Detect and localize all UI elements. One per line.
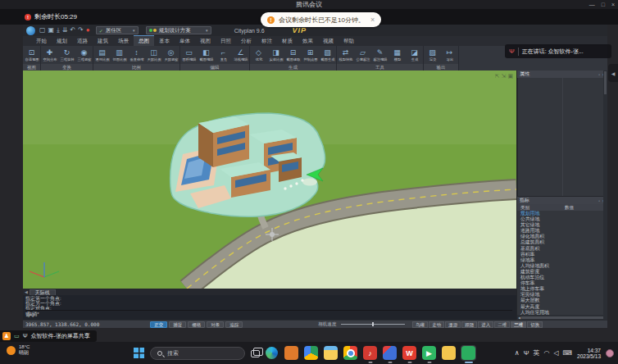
- search-input[interactable]: 搜索: [150, 347, 245, 360]
- viewport[interactable]: ⇱⇲▣: [23, 71, 516, 289]
- indicator-row[interactable]: 停车率: [517, 280, 607, 286]
- start-button[interactable]: [134, 348, 144, 358]
- notification-badge[interactable]: [606, 349, 614, 357]
- undo-icon[interactable]: ↶: [70, 25, 75, 35]
- view-mode-button[interactable]: 三维: [511, 321, 526, 328]
- status-toggle[interactable]: 栅格: [188, 321, 205, 328]
- scroll-thumb[interactable]: [521, 316, 603, 319]
- ribbon-button[interactable]: ◫天际比例: [145, 46, 162, 64]
- indicator-row[interactable]: 基底面积: [517, 246, 607, 252]
- indicator-row[interactable]: 最大层数: [517, 298, 607, 303]
- scheme-dropdown[interactable]: 规划设计方案 ▾: [146, 26, 211, 34]
- ribbon-tab[interactable]: 视图: [195, 36, 216, 46]
- ribbon-button[interactable]: ▨渲染: [424, 46, 441, 64]
- ribbon-button[interactable]: ▧截面生成: [319, 46, 336, 64]
- ribbon-button[interactable]: ▥切面比例: [111, 46, 128, 64]
- ribbon-button[interactable]: ⇄线型转换: [337, 46, 354, 64]
- folder-icon[interactable]: [441, 345, 457, 361]
- toast-close-icon[interactable]: ×: [370, 16, 375, 24]
- view-mode-button[interactable]: 走动: [429, 321, 444, 328]
- record-icon[interactable]: ●: [86, 25, 90, 35]
- indicator-row[interactable]: 最大高度: [517, 304, 607, 310]
- pin-icon[interactable]: ▫: [598, 72, 600, 77]
- netease-music-icon[interactable]: ♪: [362, 345, 378, 361]
- ribbon-button[interactable]: ⊞控制点图: [302, 46, 319, 64]
- ribbon-tab[interactable]: 单体: [175, 36, 195, 46]
- indicator-row[interactable]: 机动车泊位: [517, 275, 607, 280]
- new-file-icon[interactable]: ▢: [39, 25, 46, 35]
- ribbon-tab[interactable]: 总图: [134, 35, 154, 46]
- indicator-row[interactable]: 绿地率: [517, 257, 607, 263]
- ribbon-button[interactable]: ◉三维观察: [75, 46, 93, 64]
- view-mode-button[interactable]: 漫游: [445, 321, 461, 328]
- tray-mic-icon[interactable]: Ψ: [524, 349, 529, 357]
- minimize-button[interactable]: —: [589, 0, 595, 9]
- indicator-row[interactable]: 公共绿地: [517, 216, 607, 222]
- ribbon-tab[interactable]: 效果: [298, 36, 318, 46]
- status-toggle[interactable]: 追踪: [225, 321, 243, 328]
- ribbon-button[interactable]: ⊡自适视图: [23, 46, 40, 64]
- chrome-icon[interactable]: [343, 345, 358, 361]
- tray-chevron-icon[interactable]: ∧: [515, 349, 520, 357]
- view-mode-button[interactable]: 切换: [527, 321, 543, 328]
- command-window[interactable]: 指定第一个角点:指定另一个角点:指定对角点:*取消* 命令:: [23, 295, 516, 320]
- ribbon-button[interactable]: ⌐直角: [215, 46, 232, 64]
- indicator-row[interactable]: 容积率: [517, 252, 607, 257]
- weather-widget[interactable]: 18°C 晴朗: [7, 344, 30, 356]
- ribbon-tab[interactable]: 视频: [318, 36, 339, 46]
- ribbon-tab[interactable]: 规划: [52, 36, 72, 46]
- ribbon-button[interactable]: ◪生成: [406, 46, 423, 64]
- ribbon-button[interactable]: ⊟截面提取: [284, 46, 302, 64]
- ribbon-button[interactable]: ▭面积编辑: [180, 46, 198, 64]
- ribbon-button[interactable]: ✎标注编辑: [371, 46, 389, 64]
- indicator-row[interactable]: 建筑密度: [517, 269, 607, 275]
- panel-header[interactable]: 指标 ▫ ×: [517, 197, 607, 204]
- tencent-meeting-icon[interactable]: ▶: [421, 345, 437, 361]
- open-file-icon[interactable]: ▣: [48, 25, 55, 35]
- v-scrollbar[interactable]: [603, 71, 607, 320]
- meeting-panel-handle[interactable]: ◀: [608, 64, 618, 82]
- indicator-row[interactable]: 总建筑面积: [517, 239, 607, 245]
- indicator-row[interactable]: 规划用地: [517, 211, 607, 216]
- ribbon-tab[interactable]: 标注: [257, 36, 277, 46]
- save-all-icon[interactable]: ⇊: [62, 25, 68, 35]
- ribbon-button[interactable]: ✚空间分布: [41, 46, 58, 64]
- ribbon-button[interactable]: ▦模型: [389, 46, 406, 64]
- ime-indicator[interactable]: 英: [533, 348, 539, 357]
- ribbon-tab[interactable]: 材质: [277, 36, 298, 46]
- scroll-left-icon[interactable]: ◀: [518, 316, 520, 320]
- viewport-box-icon[interactable]: ▣: [507, 73, 513, 80]
- ribbon-tab[interactable]: 日照: [216, 36, 236, 46]
- close-button[interactable]: ×: [611, 0, 615, 9]
- task-view-button[interactable]: [251, 350, 260, 357]
- volume-icon[interactable]: ◁: [553, 349, 558, 357]
- app-orange-icon[interactable]: [284, 345, 299, 361]
- ribbon-tab[interactable]: 道路: [72, 36, 93, 46]
- ribbon-tab[interactable]: 基本: [154, 36, 175, 46]
- edge-browser-icon[interactable]: [266, 347, 278, 359]
- ribbon-tab[interactable]: 分析: [236, 36, 257, 46]
- layout-scroll-left-icon[interactable]: ◀: [25, 289, 28, 295]
- wps-icon[interactable]: W: [402, 345, 417, 361]
- save-icon[interactable]: ⤓: [57, 25, 60, 35]
- ribbon-button[interactable]: ◧截面编辑: [198, 46, 215, 64]
- indicator-row[interactable]: 人均绿地面积: [517, 263, 607, 269]
- ribbon-button[interactable]: ↻三维旋转: [58, 46, 75, 64]
- ribbon-button[interactable]: ◇优化: [250, 46, 267, 64]
- restore-button[interactable]: □: [602, 0, 605, 9]
- house-model[interactable]: [170, 113, 325, 216]
- doc-dropdown[interactable]: ✓ 居住区 ▾: [96, 26, 139, 34]
- wifi-icon[interactable]: ◠: [543, 349, 549, 357]
- ribbon-button[interactable]: ◎天际观察: [162, 46, 179, 64]
- view-mode-button[interactable]: 二维: [494, 321, 510, 328]
- indicator-row[interactable]: 人均住宅用地: [517, 310, 607, 315]
- view-mode-button[interactable]: 鸟瞰: [412, 321, 428, 328]
- pen-icon[interactable]: ⌨: [563, 349, 573, 357]
- clock[interactable]: 14:37 2023/5/13: [577, 348, 601, 359]
- category-column-header[interactable]: 类别: [520, 205, 529, 211]
- ribbon-button[interactable]: ▤通用比例: [93, 46, 111, 64]
- pin-icon[interactable]: ▫: [598, 198, 600, 203]
- ribbon-tab[interactable]: 开始: [31, 36, 52, 46]
- camera-speed-slider[interactable]: [341, 324, 405, 325]
- value-column-header[interactable]: 数值: [565, 205, 574, 211]
